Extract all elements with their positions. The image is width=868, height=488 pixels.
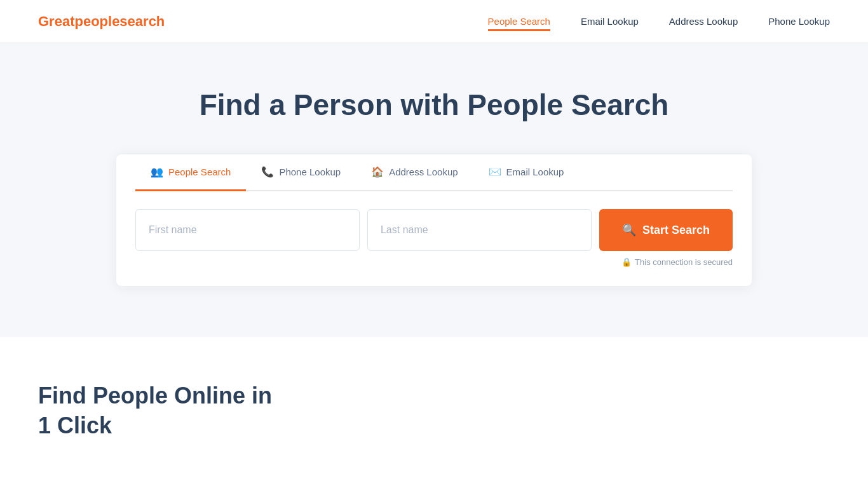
last-name-input[interactable] [367, 209, 592, 251]
tab-email-lookup[interactable]: ✉️ Email Lookup [473, 154, 580, 191]
tab-people-search[interactable]: 👥 People Search [135, 154, 246, 191]
tab-phone-lookup[interactable]: 📞 Phone Lookup [246, 154, 356, 191]
first-name-input[interactable] [135, 209, 360, 251]
search-container: 👥 People Search 📞 Phone Lookup 🏠 Address… [116, 154, 752, 286]
navbar: Greatpeoplesearch People Search Email Lo… [0, 0, 868, 43]
search-icon: 🔍 [622, 223, 636, 237]
lower-title: Find People Online in 1 Click [38, 381, 280, 441]
start-search-button[interactable]: 🔍 Start Search [599, 209, 733, 251]
search-form: 🔍 Start Search [135, 209, 733, 251]
nav-item-email-lookup[interactable]: Email Lookup [581, 16, 639, 27]
lower-section: Find People Online in 1 Click [0, 337, 868, 485]
phone-icon: 📞 [261, 166, 274, 178]
search-tabs: 👥 People Search 📞 Phone Lookup 🏠 Address… [135, 154, 733, 191]
nav-item-phone-lookup[interactable]: Phone Lookup [768, 16, 830, 27]
nav-links: People Search Email Lookup Address Looku… [488, 16, 830, 27]
tab-address-lookup[interactable]: 🏠 Address Lookup [356, 154, 473, 191]
hero-title: Find a Person with People Search [38, 88, 830, 123]
nav-item-people-search[interactable]: People Search [488, 16, 550, 27]
secure-label: 🔒 This connection is secured [135, 257, 733, 267]
brand-logo[interactable]: Greatpeoplesearch [38, 13, 165, 30]
hero-section: Find a Person with People Search 👥 Peopl… [0, 43, 868, 337]
email-icon: ✉️ [489, 166, 501, 178]
lock-icon: 🔒 [621, 257, 632, 267]
nav-item-address-lookup[interactable]: Address Lookup [669, 16, 738, 27]
people-icon: 👥 [151, 166, 163, 178]
home-icon: 🏠 [371, 166, 384, 178]
